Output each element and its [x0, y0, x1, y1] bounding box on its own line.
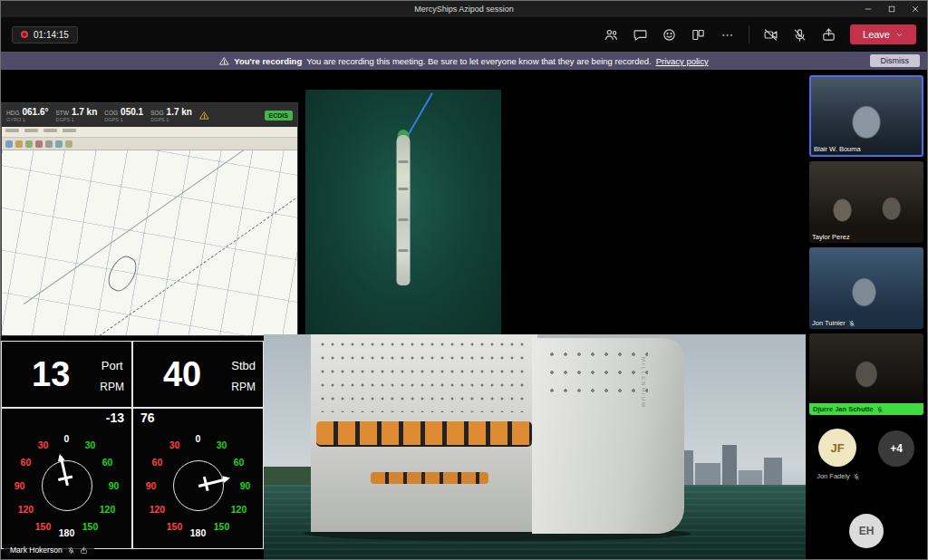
- banner-text: You are recording this meeting. Be sure …: [306, 56, 651, 66]
- ecdis-menu-strip: [2, 127, 297, 138]
- ecdis-mode-badge: ECDIS: [265, 111, 293, 121]
- port-rpm-value: 13: [5, 357, 96, 391]
- participant-tile-taylor[interactable]: Taylor Perez: [809, 161, 923, 243]
- heading-line: [405, 92, 433, 139]
- warning-icon: [219, 56, 229, 66]
- share-screen-icon: [80, 546, 88, 555]
- window-title: MercyShips Azipod session: [414, 5, 514, 14]
- meeting-toolbar: 01:14:15 ⋯ Leave: [1, 17, 927, 52]
- avatar-name-row: Jon Fadely: [809, 472, 867, 480]
- rooms-icon[interactable]: [691, 27, 706, 43]
- overflow-count: +4: [890, 442, 903, 455]
- aerial-ship-view: [305, 90, 501, 336]
- toolbar-actions: ⋯ Leave: [604, 24, 916, 44]
- meeting-content: HDG061.6° GYRO 1 STW1.7 kn DGPS 1 COG050…: [1, 70, 927, 559]
- teams-window: MercyShips Azipod session 01:14:15 ⋯ Lea…: [0, 0, 928, 560]
- active-speaker-bar: Djurre Jan Schutte: [809, 403, 923, 415]
- port-azimuth-dial: 0303060609090120120150150180: [8, 427, 126, 545]
- azipod-control-panel: 13 Port RPM 40 Stbd RPM -13 030306060909…: [1, 341, 264, 549]
- avatar-eh[interactable]: EH: [849, 514, 884, 548]
- more-icon[interactable]: ⋯: [720, 27, 735, 43]
- privacy-policy-link[interactable]: Privacy policy: [656, 56, 709, 66]
- window-titlebar: MercyShips Azipod session: [1, 1, 927, 17]
- own-ship-symbol: [103, 252, 141, 295]
- leave-button[interactable]: Leave: [850, 24, 916, 44]
- shared-screen-stage: HDG061.6° GYRO 1 STW1.7 kn DGPS 1 COG050…: [1, 70, 806, 559]
- port-azimuth-dial-panel: -13 0303060609090120120150150180: [1, 408, 132, 549]
- stbd-label: Stbd: [231, 359, 256, 372]
- participant-tile-jon[interactable]: Jon Tuinier: [809, 247, 923, 329]
- ecdis-instrument-bar: HDG061.6° GYRO 1 STW1.7 kn DGPS 1 COG050…: [2, 103, 297, 127]
- close-icon[interactable]: [904, 1, 927, 17]
- port-azimuth-value: -13: [106, 410, 124, 425]
- recording-dot-icon: [21, 31, 28, 38]
- avatar-initials: EH: [859, 525, 875, 537]
- stbd-rpm-value: 40: [137, 357, 227, 391]
- alarm-warning-icon: [199, 111, 209, 121]
- overflow-participants-badge[interactable]: +4: [878, 430, 914, 467]
- participant-tile-djurre[interactable]: Djurre Jan Schutte: [809, 333, 923, 415]
- chevron-down-icon: [895, 31, 904, 39]
- route-line: [10, 175, 297, 335]
- camera-off-icon[interactable]: [763, 27, 778, 43]
- stbd-azimuth-value: 76: [140, 410, 155, 425]
- participant-name: Blair W. Bouma: [814, 145, 861, 153]
- chat-icon[interactable]: [633, 27, 648, 43]
- participant-tile-blair[interactable]: Blair W. Bouma: [809, 75, 923, 157]
- participant-name: Jon Fadely: [817, 472, 850, 480]
- port-rpm-panel: 13 Port RPM: [1, 341, 132, 408]
- port-label: Port: [102, 359, 123, 372]
- meeting-timer: 01:14:15: [34, 30, 69, 40]
- stbd-azimuth-dial-panel: 76 0303060609090120120150150180: [132, 408, 264, 549]
- toolbar-divider: [749, 25, 749, 43]
- participant-name: Jon Tuinier: [812, 319, 846, 327]
- sog-readout: SOG1.7 kn DGPS 1: [150, 108, 192, 123]
- participant-name: Taylor Perez: [812, 233, 850, 241]
- avatar-row: JF +4 Jon Fadely: [809, 429, 923, 494]
- cog-readout: COG050.1 DGPS 1: [104, 108, 143, 123]
- hdg-readout: HDG061.6° GYRO 1: [6, 108, 48, 123]
- banner-bold-text: You're recording: [234, 56, 302, 66]
- ecdis-toolbar-strip: [2, 138, 297, 150]
- avatar-initials: JF: [830, 441, 844, 455]
- maximize-icon[interactable]: [880, 1, 904, 17]
- participant-name: Djurre Jan Schutte: [813, 405, 874, 413]
- port-rpm-unit: RPM: [100, 381, 124, 393]
- mic-off-icon: [853, 473, 860, 480]
- leave-label: Leave: [863, 29, 890, 40]
- lifeboat-row: [316, 421, 532, 445]
- chart-grid-line: [24, 150, 297, 304]
- ecdis-chart-area: [2, 150, 297, 335]
- participant-rail: Blair W. Bouma Taylor Perez Jon Tuinier …: [806, 70, 927, 559]
- recording-banner: You're recording You are recording this …: [1, 52, 927, 70]
- avatar-jf[interactable]: JF: [818, 429, 856, 467]
- reactions-icon[interactable]: [662, 27, 677, 43]
- mic-off-icon: [876, 406, 884, 413]
- recording-timer-badge: 01:14:15: [12, 26, 78, 43]
- stbd-rpm-panel: 40 Stbd RPM: [132, 341, 264, 408]
- presenter-name-label: Mark Hokerson: [4, 544, 94, 556]
- people-icon[interactable]: [604, 27, 619, 43]
- share-screen-icon[interactable]: [821, 27, 836, 43]
- stbd-rpm-unit: RPM: [231, 381, 256, 393]
- presenter-name: Mark Hokerson: [10, 546, 63, 555]
- ecdis-window: HDG061.6° GYRO 1 STW1.7 kn DGPS 1 COG050…: [1, 102, 298, 336]
- dismiss-button[interactable]: Dismiss: [870, 54, 921, 67]
- mic-off-icon: [67, 546, 75, 555]
- ship-top-view: [397, 135, 411, 285]
- harbor-3d-view: MILLENNIUM: [264, 334, 806, 559]
- mic-off-icon: [848, 320, 856, 327]
- ship-hull-name: MILLENNIUM: [641, 357, 646, 409]
- minimize-icon[interactable]: [856, 1, 880, 17]
- mic-off-icon[interactable]: [792, 27, 807, 43]
- window-controls: [856, 1, 927, 17]
- lifeboat-row-lower: [371, 472, 488, 484]
- stbd-azimuth-dial: 0303060609090120120150150180: [140, 427, 257, 545]
- cruise-ship-stern: MILLENNIUM: [532, 338, 684, 534]
- stw-readout: STW1.7 kn DGPS 1: [55, 108, 97, 123]
